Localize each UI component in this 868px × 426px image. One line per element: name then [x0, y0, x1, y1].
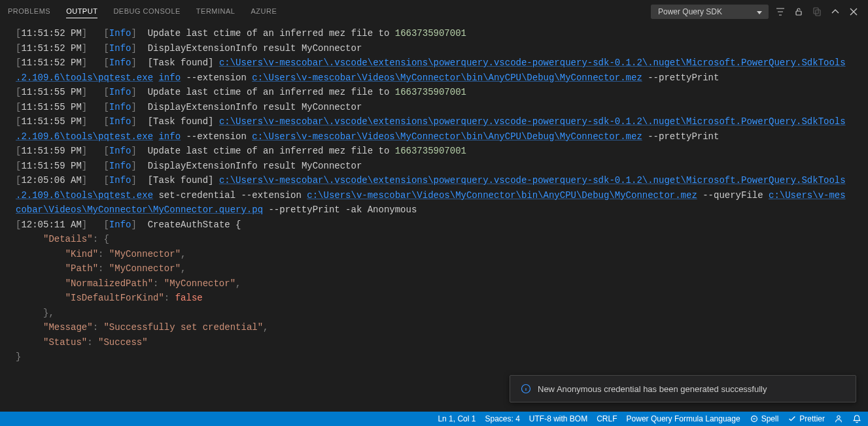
- log-punct: [: [103, 161, 109, 171]
- json-indent: [16, 263, 65, 274]
- log-number: 1663735907001: [395, 146, 466, 156]
- log-timestamp: 11:51:55 PM: [21, 116, 81, 127]
- log-timestamp: 11:51:55 PM: [21, 102, 81, 112]
- status-prettier[interactable]: Prettier: [788, 414, 825, 423]
- status-language[interactable]: Power Query Formula Language: [627, 414, 740, 423]
- notification-toast[interactable]: New Anonymous credential has been genera…: [510, 375, 856, 402]
- json-punct: ,: [181, 249, 186, 259]
- log-path-link[interactable]: c:\Users\v-mes: [769, 190, 846, 201]
- json-line: "IsDefaultForKind": false: [16, 291, 852, 306]
- log-punct: ]: [131, 146, 147, 156]
- json-punct: :: [98, 263, 109, 274]
- log-punct: [: [103, 28, 109, 39]
- log-path-link[interactable]: c:\Users\v-mescobar\.vscode\extensions\p…: [219, 175, 846, 186]
- log-timestamp: 11:51:59 PM: [21, 161, 81, 171]
- log-timestamp: 11:51:52 PM: [21, 43, 81, 54]
- tab-problems[interactable]: PROBLEMS: [8, 5, 50, 18]
- log-timestamp: 11:51:52 PM: [21, 28, 81, 39]
- log-punct: ]: [82, 220, 104, 230]
- log-punct: [: [103, 43, 109, 54]
- json-key: "Status": [43, 337, 87, 348]
- log-punct: ]: [82, 87, 104, 97]
- log-level: Info: [109, 220, 131, 230]
- log-text: DisplayExtensionInfo result MyConnector: [148, 161, 362, 171]
- status-feedback[interactable]: [834, 414, 843, 423]
- log-line: cobar\Videos\MyConnector\MyConnector.que…: [16, 203, 852, 218]
- status-cursor[interactable]: Ln 1, Col 1: [438, 414, 476, 423]
- log-line: .2.109.6\tools\pqtest.exe info --extensi…: [16, 129, 852, 144]
- json-indent: [16, 337, 43, 348]
- log-punct: ]: [82, 57, 104, 68]
- log-line: [12:05:06 AM] [Info] [Task found] c:\Use…: [16, 173, 852, 188]
- svg-rect-0: [796, 11, 801, 15]
- json-key: "Message": [43, 322, 93, 333]
- log-timestamp: 12:05:06 AM: [21, 175, 81, 186]
- log-path-link[interactable]: info: [158, 131, 181, 142]
- log-path-link[interactable]: c:\Users\v-mescobar\.vscode\extensions\p…: [219, 57, 846, 68]
- log-level: Info: [109, 43, 131, 54]
- status-spaces[interactable]: Spaces: 4: [485, 414, 519, 423]
- log-path-link[interactable]: c:\Users\v-mescobar\.vscode\extensions\p…: [219, 116, 846, 127]
- json-key: "Kind": [65, 249, 98, 259]
- status-bar: Ln 1, Col 1 Spaces: 4 UTF-8 with BOM CRL…: [0, 412, 868, 426]
- log-path-link[interactable]: .2.109.6\tools\pqtest.exe: [16, 190, 153, 201]
- output-channel-dropdown[interactable]: Power Query SDK: [651, 5, 769, 19]
- log-punct: [: [103, 87, 109, 97]
- log-line: [11:51:55 PM] [Info] DisplayExtensionInf…: [16, 100, 852, 115]
- status-bell[interactable]: [852, 414, 861, 423]
- json-indent: [16, 293, 65, 303]
- log-punct: [: [103, 116, 109, 127]
- status-eol[interactable]: CRLF: [597, 414, 617, 423]
- clear-icon[interactable]: [810, 5, 824, 18]
- lock-icon[interactable]: [792, 5, 805, 18]
- log-text: Update last ctime of an inferred mez fil…: [148, 28, 395, 39]
- tab-output[interactable]: OUTPUT: [66, 5, 97, 18]
- json-key: "IsDefaultForKind": [65, 293, 164, 303]
- json-key: "NormalizedPath": [65, 278, 153, 289]
- log-timestamp: 12:05:11 AM: [21, 220, 81, 230]
- tab-terminal[interactable]: TERMINAL: [196, 5, 235, 18]
- json-key: "Path": [65, 263, 98, 274]
- log-path-link[interactable]: c:\Users\v-mescobar\Videos\MyConnector\b…: [307, 190, 697, 201]
- close-icon[interactable]: [847, 5, 860, 18]
- panel-tabs: PROBLEMS OUTPUT DEBUG CONSOLE TERMINAL A…: [8, 5, 651, 18]
- json-indent: [16, 278, 65, 289]
- json-punct: :: [87, 337, 98, 348]
- log-text: DisplayExtensionInfo result MyConnector: [148, 102, 362, 112]
- person-icon: [834, 414, 843, 423]
- spell-icon: [750, 414, 759, 423]
- json-false: false: [175, 293, 203, 303]
- chevron-up-icon[interactable]: [829, 5, 842, 18]
- tab-debug-console[interactable]: DEBUG CONSOLE: [113, 5, 180, 18]
- log-path-link[interactable]: c:\Users\v-mescobar\Videos\MyConnector\b…: [252, 73, 642, 83]
- status-encoding[interactable]: UTF-8 with BOM: [529, 414, 587, 423]
- json-line: "Message": "Successfully set credential"…: [16, 320, 852, 335]
- log-path-link[interactable]: info: [158, 73, 181, 83]
- log-level: Info: [109, 28, 131, 39]
- log-timestamp: 11:51:55 PM: [21, 87, 81, 97]
- log-punct: ]: [82, 43, 104, 54]
- log-punct: ]: [131, 28, 147, 39]
- log-punct: ]: [82, 116, 104, 127]
- filter-icon[interactable]: [774, 5, 787, 18]
- json-line: "Kind": "MyConnector",: [16, 247, 852, 262]
- json-indent: [16, 308, 43, 318]
- log-arg: --prettyPrint -ak Anonymous: [263, 205, 417, 215]
- log-path-link[interactable]: cobar\Videos\MyConnector\MyConnector.que…: [16, 205, 263, 215]
- log-line: [12:05:11 AM] [Info] CreateAuthState {: [16, 218, 852, 233]
- log-text: Update last ctime of an inferred mez fil…: [148, 87, 395, 97]
- status-spell[interactable]: Spell: [750, 414, 779, 423]
- json-key: "Details": [43, 234, 93, 244]
- json-punct: ,: [235, 278, 241, 289]
- output-content[interactable]: [11:51:52 PM] [Info] Update last ctime o…: [0, 24, 868, 408]
- log-text: [Task found]: [148, 57, 219, 68]
- tab-azure[interactable]: AZURE: [251, 5, 277, 18]
- log-line: .2.109.6\tools\pqtest.exe set-credential…: [16, 188, 852, 203]
- log-path-link[interactable]: .2.109.6\tools\pqtest.exe: [16, 73, 153, 83]
- log-path-link[interactable]: c:\Users\v-mescobar\Videos\MyConnector\b…: [252, 131, 642, 142]
- log-level: Info: [109, 175, 131, 186]
- log-timestamp: 11:51:59 PM: [21, 146, 81, 156]
- log-arg: --prettyPrint: [642, 73, 720, 83]
- log-path-link[interactable]: .2.109.6\tools\pqtest.exe: [16, 131, 153, 142]
- json-punct: }: [16, 352, 21, 362]
